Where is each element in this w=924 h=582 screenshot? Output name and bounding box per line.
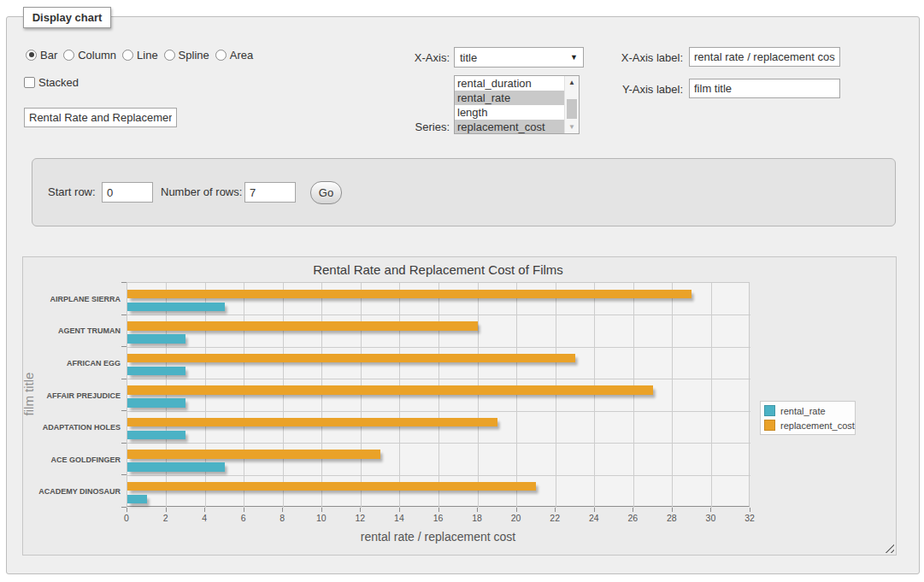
bar-rental-rate-ace-goldfinger xyxy=(127,462,225,472)
gridline xyxy=(594,283,595,508)
radio-icon[interactable] xyxy=(164,50,175,61)
x-tick-label: 20 xyxy=(503,513,529,523)
chart-title: Rental Rate and Replacement Cost of Film… xyxy=(127,262,750,277)
chart-type-option-area[interactable]: Area xyxy=(215,49,253,62)
chart-type-option-column[interactable]: Column xyxy=(63,49,116,62)
legend-swatch xyxy=(764,420,775,431)
x-tick-mark xyxy=(633,508,633,512)
select-dropdown-arrow-icon: ▼ xyxy=(570,53,578,62)
stacked-option[interactable]: Stacked xyxy=(24,76,79,89)
gridline xyxy=(438,283,439,508)
gridline xyxy=(321,283,322,508)
y-tick-mark xyxy=(121,443,127,444)
x-tick-mark xyxy=(282,508,283,512)
series-list-scrollbar[interactable]: ▲ ▼ xyxy=(564,76,579,133)
stacked-checkbox[interactable] xyxy=(24,77,35,88)
radio-icon[interactable] xyxy=(122,50,133,61)
num-rows-input[interactable] xyxy=(244,182,296,203)
x-tick-mark xyxy=(438,508,439,512)
x-axis-label-caption: X-Axis label: xyxy=(590,51,683,64)
x-tick-label: 14 xyxy=(386,513,412,523)
x-tick-label: 26 xyxy=(620,513,645,523)
bar-rental-rate-academy-dinosaur xyxy=(127,495,147,504)
x-axis-select[interactable]: title ▼ xyxy=(454,47,584,68)
chart-type-option-label: Spline xyxy=(179,49,209,62)
y-tick-mark xyxy=(121,315,127,315)
x-tick-mark xyxy=(127,508,127,512)
x-tick-mark xyxy=(672,508,673,512)
series-listbox[interactable]: ▲ ▼ rental_durationrental_ratelengthrepl… xyxy=(454,75,580,134)
gridline xyxy=(516,283,517,508)
x-tick-label: 10 xyxy=(309,513,334,523)
gridline xyxy=(672,283,673,508)
gridline xyxy=(127,347,750,348)
gridline xyxy=(166,283,167,508)
y-tick-mark xyxy=(121,507,127,508)
gridline xyxy=(127,443,750,444)
series-label: Series: xyxy=(376,121,450,133)
x-tick-mark xyxy=(244,508,244,512)
gridline xyxy=(205,283,206,508)
series-option-replacement-cost[interactable]: replacement_cost xyxy=(455,120,579,134)
x-tick-label: 2 xyxy=(153,513,179,523)
x-axis-label-input[interactable] xyxy=(689,47,840,67)
gridline xyxy=(127,411,750,412)
radio-icon[interactable] xyxy=(26,50,37,61)
go-button[interactable]: Go xyxy=(310,181,342,204)
x-tick-mark xyxy=(321,508,322,512)
x-axis-selected-value: title xyxy=(460,51,477,64)
x-tick-label: 8 xyxy=(269,513,295,523)
rows-panel: Start row: Number of rows: Go xyxy=(32,158,896,226)
scrollbar-thumb[interactable] xyxy=(567,99,577,119)
bar-rental-rate-adaptation-holes xyxy=(127,431,185,440)
scrollbar-down-icon[interactable]: ▼ xyxy=(565,121,579,133)
x-tick-mark xyxy=(204,508,205,512)
chart-type-option-label: Area xyxy=(230,49,253,62)
bar-replacement-cost-academy-dinosaur xyxy=(127,482,536,491)
chart-type-option-spline[interactable]: Spline xyxy=(164,49,209,62)
bar-replacement-cost-african-egg xyxy=(127,354,575,363)
chart-type-option-bar[interactable]: Bar xyxy=(26,49,57,62)
series-option-rental-duration[interactable]: rental_duration xyxy=(455,76,579,91)
category-label: AIRPLANE SIERRA xyxy=(23,295,121,303)
x-tick-label: 30 xyxy=(697,513,723,523)
fieldset-legend: Display chart xyxy=(23,7,111,28)
gridline xyxy=(127,475,750,476)
radio-icon[interactable] xyxy=(63,50,74,61)
legend-swatch xyxy=(764,405,775,416)
x-tick-label: 24 xyxy=(581,513,607,523)
bar-rental-rate-airplane-sierra xyxy=(127,303,225,312)
start-row-input[interactable] xyxy=(102,182,153,203)
x-tick-mark xyxy=(750,508,750,512)
chart-title-input[interactable] xyxy=(24,108,177,127)
category-label: AFFAIR PREJUDICE xyxy=(23,391,121,400)
x-tick-label: 16 xyxy=(426,513,451,523)
x-tick-label: 6 xyxy=(231,513,256,523)
series-option-length[interactable]: length xyxy=(455,105,579,120)
x-tick-label: 18 xyxy=(464,513,490,523)
gridline xyxy=(711,283,712,508)
chart-type-radios: BarColumnLineSplineArea xyxy=(26,48,259,62)
category-label: ACE GOLDFINGER xyxy=(23,456,121,464)
x-tick-label: 32 xyxy=(737,513,762,523)
x-tick-mark xyxy=(710,508,711,512)
chart-legend: rental_ratereplacement_cost xyxy=(760,401,856,435)
bar-rental-rate-affair-prejudice xyxy=(127,398,185,408)
category-label: ACADEMY DINOSAUR xyxy=(23,487,121,496)
series-option-rental-rate[interactable]: rental_rate xyxy=(455,91,579,105)
chart-type-option-line[interactable]: Line xyxy=(122,49,158,62)
bar-replacement-cost-airplane-sierra xyxy=(127,290,692,299)
x-tick-mark xyxy=(477,508,478,512)
category-label: ADAPTATION HOLES xyxy=(23,423,121,432)
bar-replacement-cost-ace-goldfinger xyxy=(127,450,380,459)
bar-rental-rate-african-egg xyxy=(127,367,185,376)
x-axis-title: rental rate / replacement cost xyxy=(127,530,750,544)
y-axis-label-input[interactable] xyxy=(689,79,840,98)
plot-area xyxy=(127,282,750,507)
gridline xyxy=(556,283,556,508)
gridline xyxy=(399,283,400,508)
resize-handle-icon[interactable] xyxy=(885,544,894,553)
scrollbar-up-icon[interactable]: ▲ xyxy=(565,76,579,89)
radio-icon[interactable] xyxy=(215,50,227,61)
x-tick-label: 12 xyxy=(347,513,373,523)
